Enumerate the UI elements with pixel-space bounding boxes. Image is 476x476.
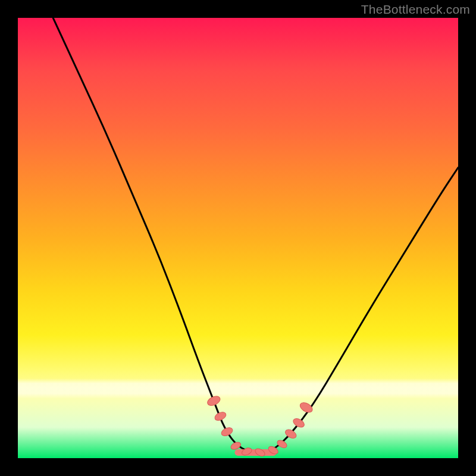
- svg-point-0: [206, 394, 221, 408]
- curve-marker: [206, 394, 221, 408]
- svg-point-5: [254, 447, 266, 458]
- chart-frame: TheBottleneck.com: [0, 0, 476, 476]
- chart-svg: [18, 18, 458, 458]
- curve-marker: [254, 447, 266, 458]
- svg-point-7: [276, 439, 288, 449]
- curve-marker: [214, 411, 227, 422]
- marker-layer: [206, 394, 314, 458]
- plot-area: [18, 18, 458, 458]
- svg-point-2: [220, 426, 234, 437]
- curve-marker: [276, 439, 288, 449]
- bottleneck-curve: [53, 18, 458, 453]
- svg-point-1: [214, 411, 227, 422]
- watermark-text: TheBottleneck.com: [361, 2, 470, 17]
- curve-marker: [220, 426, 234, 437]
- curve-layer: [53, 18, 458, 453]
